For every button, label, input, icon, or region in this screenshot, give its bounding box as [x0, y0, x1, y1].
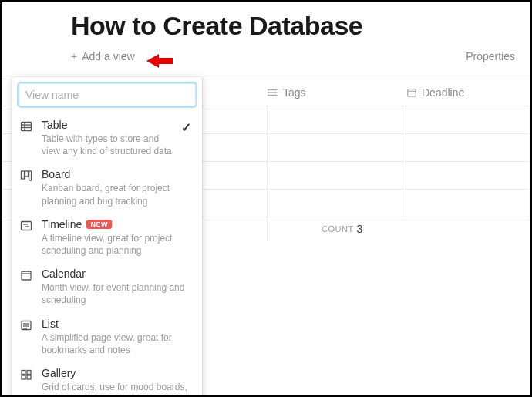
view-option-desc: Grid of cards, use for mood boards, inde…	[42, 381, 194, 397]
column-header-deadline[interactable]: Deadline	[406, 86, 530, 99]
checkmark-icon: ✓	[181, 119, 194, 157]
svg-rect-28	[27, 370, 31, 374]
view-option-title: Calendar	[42, 267, 194, 280]
svg-rect-14	[25, 171, 29, 177]
view-option-desc: Table with types to store and view any k…	[42, 133, 173, 157]
column-header-tags-label: Tags	[283, 86, 306, 99]
view-name-input[interactable]	[19, 83, 196, 106]
view-option-title: Timeline	[42, 218, 82, 230]
view-option-desc: A timeline view, great for project sched…	[42, 232, 194, 257]
view-option-calendar[interactable]: Calendar Month view, for event planning …	[19, 263, 196, 312]
svg-rect-27	[22, 370, 25, 374]
view-option-list[interactable]: List A simplified page view, great for b…	[19, 313, 196, 362]
properties-button[interactable]: Properties	[466, 50, 515, 62]
column-header-tags[interactable]: Tags	[268, 86, 406, 99]
board-icon	[20, 168, 34, 207]
svg-rect-13	[22, 171, 25, 179]
view-option-title: Gallery	[42, 367, 194, 379]
column-header-deadline-label: Deadline	[422, 86, 464, 99]
view-option-table[interactable]: Table Table with types to store and view…	[19, 114, 196, 163]
date-icon	[406, 87, 417, 98]
new-badge: NEW	[86, 220, 112, 229]
table-icon	[20, 119, 34, 157]
add-view-popover: Table Table with types to store and view…	[12, 77, 202, 397]
view-option-gallery[interactable]: Gallery Grid of cards, use for mood boar…	[19, 362, 196, 397]
view-type-list: Table Table with types to store and view…	[19, 114, 196, 397]
view-option-desc: A simplified page view, great for bookma…	[42, 331, 194, 356]
view-option-desc: Month view, for event planning and sched…	[42, 281, 194, 306]
svg-rect-7	[408, 89, 416, 97]
views-toolbar: + Add a view Properties	[2, 41, 530, 67]
view-option-title: Board	[42, 168, 194, 180]
page-title: How to Create Database	[2, 2, 530, 41]
count-label: Count	[322, 224, 354, 234]
svg-point-5	[268, 93, 268, 93]
list-icon	[20, 318, 34, 356]
plus-icon: +	[71, 50, 77, 62]
svg-rect-16	[22, 221, 32, 230]
timeline-icon	[20, 218, 34, 257]
svg-rect-9	[22, 123, 32, 131]
svg-point-4	[268, 89, 268, 90]
svg-rect-15	[29, 171, 32, 180]
view-option-title: List	[42, 318, 194, 330]
gallery-icon	[20, 367, 34, 397]
svg-rect-19	[22, 271, 31, 280]
add-view-button[interactable]: + Add a view	[71, 50, 135, 62]
view-option-desc: Kanban board, great for project planning…	[42, 182, 194, 207]
count-value: 3	[357, 223, 363, 235]
view-option-board[interactable]: Board Kanban board, great for project pl…	[19, 163, 196, 213]
calendar-icon	[20, 267, 34, 306]
add-view-label: Add a view	[82, 50, 134, 62]
svg-rect-29	[22, 375, 25, 379]
count-summary[interactable]: Count 3	[268, 223, 362, 235]
svg-rect-30	[27, 375, 31, 379]
svg-point-6	[268, 95, 268, 96]
multiselect-icon	[268, 87, 278, 98]
view-option-timeline[interactable]: Timeline NEW A timeline view, great for …	[19, 214, 196, 263]
view-option-title: Table	[42, 119, 173, 131]
